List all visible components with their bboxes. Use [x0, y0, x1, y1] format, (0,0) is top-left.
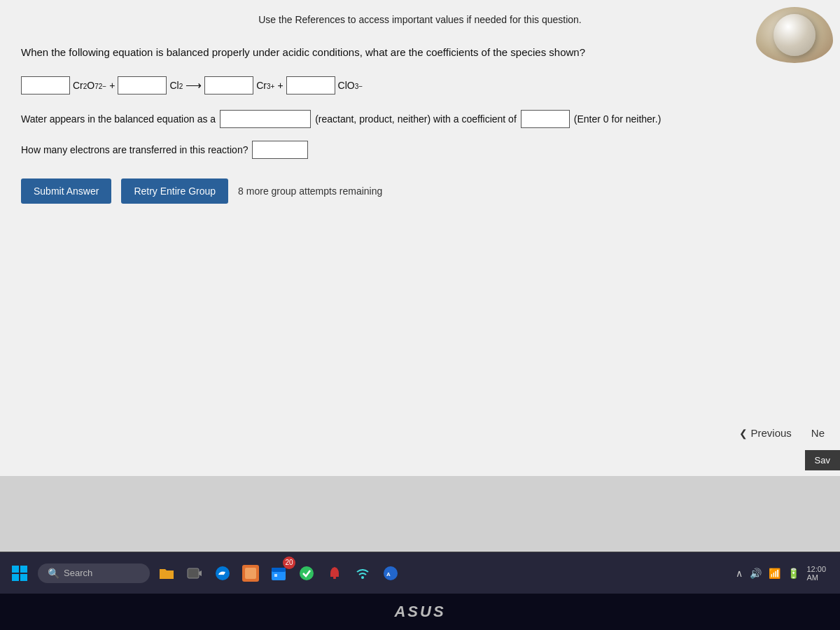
species-clo3: ClO3−	[338, 80, 363, 91]
retry-button[interactable]: Retry Entire Group	[121, 178, 228, 204]
windows-icon	[12, 566, 27, 581]
green-app-icon	[298, 565, 315, 582]
svg-rect-8	[245, 568, 256, 579]
search-icon: 🔍	[48, 568, 59, 579]
save-button[interactable]: Sav	[805, 450, 840, 470]
taskbar-video-icon[interactable]	[183, 562, 206, 584]
water-prefix: Water appears in the balanced equation a…	[21, 113, 216, 125]
decorative-image	[756, 7, 833, 63]
svg-point-12	[300, 566, 314, 580]
submit-button[interactable]: Submit Answer	[21, 178, 111, 204]
taskbar-edge-icon[interactable]	[211, 562, 234, 584]
previous-button[interactable]: ❮ Previous	[731, 421, 799, 444]
arrow-label: ⟶	[186, 78, 202, 92]
svg-rect-13	[333, 577, 336, 579]
calendar-badge: 20	[283, 556, 295, 569]
tray-wifi-icon[interactable]: 📶	[769, 568, 780, 579]
asus-logo: ASUS	[394, 603, 445, 621]
water-middle: (reactant, product, neither) with a coef…	[315, 113, 517, 125]
top-instruction: Use the References to access important v…	[21, 14, 819, 25]
plus1-label: +	[109, 80, 115, 91]
equation-row: Cr2O72− + Cl2 ⟶ Cr3+ + ClO3−	[21, 76, 819, 94]
deco-sphere	[774, 14, 816, 56]
orange-app-icon	[241, 564, 260, 583]
taskbar-explorer-icon[interactable]	[155, 562, 178, 584]
water-coeff-input[interactable]	[521, 110, 570, 128]
question-text: When the following equation is balanced …	[21, 45, 819, 61]
svg-rect-3	[20, 574, 27, 581]
search-bar[interactable]: 🔍 Search	[38, 564, 150, 583]
coeff4-input[interactable]	[286, 76, 335, 94]
attempts-text: 8 more group attempts remaining	[238, 186, 382, 197]
species-cr3: Cr3+	[256, 80, 274, 91]
taskbar-notification-icon[interactable]	[323, 562, 346, 584]
next-button[interactable]: Ne	[803, 421, 833, 444]
video-icon	[186, 565, 203, 582]
tray-battery-icon[interactable]: 🔋	[788, 568, 799, 579]
taskbar-orange-icon[interactable]	[239, 562, 262, 584]
svg-rect-4	[188, 568, 199, 578]
folder-icon	[158, 565, 175, 582]
species-cr2o7: Cr2O72−	[73, 80, 106, 91]
taskbar: 🔍 Search	[0, 552, 840, 630]
svg-rect-0	[12, 566, 19, 573]
taskbar-calendar-wrap: 20	[267, 562, 290, 584]
svg-rect-2	[12, 574, 19, 581]
tray-up-icon[interactable]: ∧	[736, 568, 743, 579]
svg-rect-11	[274, 574, 277, 577]
taskbar-wifi-icon[interactable]	[351, 562, 374, 584]
search-placeholder: Search	[64, 568, 92, 578]
taskbar-top: 🔍 Search	[0, 552, 840, 594]
asus-icon: A	[382, 565, 399, 582]
svg-point-14	[361, 576, 364, 579]
svg-marker-5	[199, 570, 202, 576]
tray-time: 12:00AM	[806, 565, 826, 582]
previous-label: Previous	[750, 427, 791, 439]
plus2-label: +	[277, 80, 283, 91]
main-content: Use the References to access important v…	[0, 0, 840, 476]
species-cl2: Cl2	[169, 80, 183, 91]
water-suffix: (Enter 0 for neither.)	[574, 113, 662, 125]
buttons-row: Submit Answer Retry Entire Group 8 more …	[21, 178, 819, 204]
bell-icon	[326, 565, 343, 582]
nav-area: ❮ Previous Ne	[731, 421, 833, 444]
taskbar-asus-icon[interactable]: A	[379, 562, 402, 584]
water-row: Water appears in the balanced equation a…	[21, 110, 819, 128]
svg-rect-10	[272, 568, 286, 572]
svg-rect-1	[20, 566, 27, 573]
wifi-icon-tb	[354, 565, 371, 582]
coeff1-input[interactable]	[21, 76, 70, 94]
water-role-input[interactable]	[220, 110, 311, 128]
chevron-left-icon: ❮	[739, 428, 748, 439]
taskbar-green-icon[interactable]	[295, 562, 318, 584]
electrons-text: How many electrons are transferred in th…	[21, 144, 248, 155]
electrons-input[interactable]	[252, 141, 308, 159]
svg-point-15	[384, 566, 398, 580]
coeff2-input[interactable]	[118, 76, 167, 94]
electrons-row: How many electrons are transferred in th…	[21, 141, 819, 159]
edge-icon	[214, 565, 231, 582]
tray-volume-icon[interactable]: 🔊	[750, 568, 762, 579]
system-tray: ∧ 🔊 📶 🔋 12:00AM	[736, 565, 833, 582]
coeff3-input[interactable]	[204, 76, 253, 94]
svg-text:A: A	[386, 571, 391, 578]
taskbar-bottom: ASUS	[0, 594, 840, 630]
windows-start-button[interactable]	[7, 561, 32, 586]
